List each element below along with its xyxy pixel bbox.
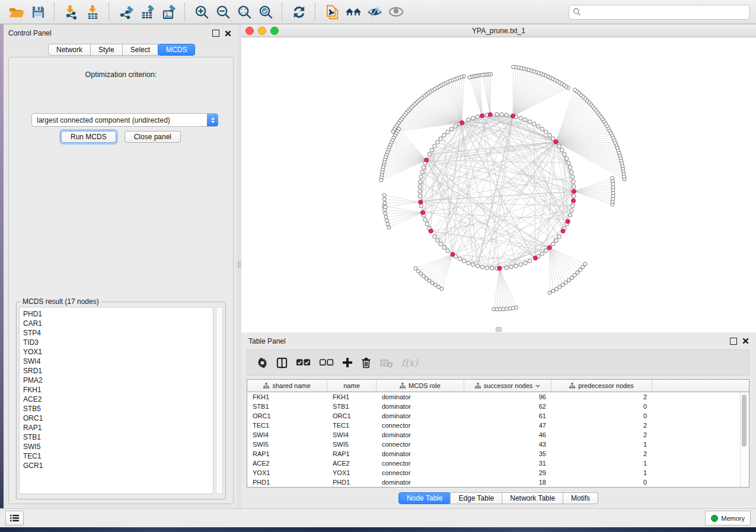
float-table-panel-icon[interactable] (730, 338, 737, 345)
mcds-result-item[interactable]: GCR1 (23, 461, 213, 470)
export-image-icon[interactable] (158, 2, 179, 22)
control-panel: Control Panel NetworkStyleSelectMCDS Opt… (4, 24, 237, 508)
save-icon[interactable] (27, 2, 49, 22)
network-graph[interactable] (241, 37, 756, 332)
import-network-icon[interactable] (60, 2, 82, 22)
table-row[interactable]: FKH1FKH1dominator962 (247, 392, 749, 402)
hide-eye-icon[interactable] (364, 2, 385, 22)
export-table-icon[interactable] (136, 2, 158, 22)
table-cell: STB1 (247, 402, 327, 411)
tab-style[interactable]: Style (90, 44, 123, 56)
float-panel-icon[interactable] (212, 30, 219, 37)
memory-status-icon (711, 515, 718, 522)
close-table-panel-icon[interactable] (742, 338, 749, 344)
network-window-title: YPA_prune.txt_1 (241, 27, 756, 35)
tab-select[interactable]: Select (122, 44, 158, 56)
mcds-result-item[interactable]: SWI5 (23, 442, 213, 451)
zoom-selected-icon[interactable] (255, 2, 276, 22)
mcds-result-item[interactable]: STP4 (23, 328, 213, 338)
network-document-icon[interactable] (321, 2, 343, 22)
table-row[interactable]: STB1STB1dominator620 (247, 402, 749, 411)
close-panel-button[interactable]: Close panel (125, 131, 181, 143)
table-cell: connector (377, 459, 464, 468)
network-titlebar[interactable]: YPA_prune.txt_1 (241, 24, 756, 37)
control-panel-title: Control Panel (8, 29, 52, 37)
mcds-result-item[interactable]: CAR1 (23, 319, 213, 328)
home-networks-icon[interactable] (343, 2, 364, 22)
table-row[interactable]: YOX1YOX1connector291 (247, 468, 749, 477)
delete-table-icon[interactable] (379, 354, 393, 371)
tab-mcds[interactable]: MCDS (158, 44, 195, 56)
column-header-shared-name[interactable]: shared name (247, 380, 327, 392)
tab-motifs[interactable]: Motifs (563, 492, 598, 504)
table-scrollbar[interactable] (740, 392, 748, 487)
mcds-list-scrollbar[interactable] (216, 307, 223, 494)
tab-network[interactable]: Network (48, 44, 91, 56)
table-row[interactable]: TEC1TEC1connector472 (247, 421, 749, 430)
table-row[interactable]: SWI5SWI5connector431 (247, 440, 749, 449)
table-cell: SWI5 (327, 440, 377, 449)
optimization-criterion-select[interactable]: largest connected component (undirected) (31, 113, 218, 127)
mcds-result-item[interactable]: ACE2 (23, 395, 213, 404)
mcds-result-list[interactable]: PHD1CAR1STP4TID3YOX1SWI4SRD1PMA2FKH1ACE2… (19, 307, 213, 494)
column-header-name[interactable]: name (327, 380, 377, 392)
mcds-hub-node (451, 252, 455, 257)
run-mcds-button[interactable]: Run MCDS (61, 131, 116, 143)
tab-edge-table[interactable]: Edge Table (450, 492, 502, 504)
tab-node-table[interactable]: Node Table (398, 492, 451, 504)
zoom-fit-icon[interactable] (234, 2, 255, 22)
mcds-result-item[interactable]: YOX1 (23, 347, 213, 357)
mcds-hub-node (497, 266, 502, 270)
mcds-hub-node (554, 140, 558, 144)
select-all-icon[interactable] (296, 354, 311, 371)
mcds-result-item[interactable]: SWI4 (23, 357, 213, 366)
table-cell: 61 (464, 411, 551, 421)
deselect-all-icon[interactable] (319, 354, 334, 371)
vertical-splitter[interactable] (237, 24, 241, 508)
export-network-icon[interactable] (115, 2, 136, 22)
column-header-filler (652, 380, 749, 392)
column-header-MCDS-role[interactable]: MCDS role (377, 380, 464, 392)
horizontal-splitter-grip[interactable] (496, 327, 502, 332)
table-row[interactable]: ORC1ORC1dominator610 (247, 411, 749, 421)
memory-button[interactable]: Memory (705, 511, 751, 525)
mcds-result-item[interactable]: PHD1 (23, 309, 213, 319)
gear-icon[interactable] (257, 354, 268, 371)
column-header-predecessor-nodes[interactable]: predecessor nodes (551, 380, 652, 392)
search-box[interactable] (569, 5, 750, 20)
mcds-result-item[interactable]: STB5 (23, 404, 213, 414)
search-icon (573, 8, 581, 16)
table-row[interactable]: ACE2ACE2connector311 (247, 459, 749, 468)
refresh-icon[interactable] (288, 2, 310, 22)
table-row[interactable]: SWI4SWI4dominator462 (247, 430, 749, 440)
open-folder-icon[interactable] (6, 2, 27, 22)
close-panel-icon[interactable] (225, 30, 231, 37)
table-cell: dominator (377, 430, 464, 440)
search-input[interactable] (581, 7, 746, 17)
mcds-result-item[interactable]: STB1 (23, 432, 213, 442)
mcds-result-item[interactable]: FKH1 (23, 385, 213, 395)
zoom-out-icon[interactable] (212, 2, 234, 22)
mcds-result-item[interactable]: TID3 (23, 338, 213, 347)
mcds-result-item[interactable]: ORC1 (23, 414, 213, 423)
show-eye-icon[interactable] (385, 2, 407, 22)
mcds-result-item[interactable]: SRD1 (23, 366, 213, 376)
mcds-result-item[interactable]: RAP1 (23, 423, 213, 432)
add-column-icon[interactable] (342, 354, 353, 371)
column-header-successor-nodes[interactable]: successor nodes (464, 380, 551, 392)
table-row[interactable]: PHD1PHD1dominator180 (247, 477, 749, 487)
zoom-in-icon[interactable] (191, 2, 212, 22)
mcds-result-item[interactable]: TEC1 (23, 451, 213, 461)
tab-network-table[interactable]: Network Table (502, 492, 563, 504)
column-icon[interactable] (276, 354, 288, 371)
mcds-hub-node (488, 113, 492, 117)
table-row[interactable]: RAP1RAP1dominator352 (247, 449, 749, 459)
network-canvas[interactable] (241, 37, 756, 332)
mcds-hub-node (571, 198, 575, 203)
import-table-icon[interactable] (82, 2, 103, 22)
function-icon[interactable]: f(x) (401, 354, 417, 371)
mcds-result-item[interactable]: PMA2 (23, 376, 213, 385)
task-history-button[interactable] (5, 511, 24, 525)
table-scrollbar-thumb[interactable] (742, 395, 747, 447)
delete-icon[interactable] (361, 354, 371, 371)
